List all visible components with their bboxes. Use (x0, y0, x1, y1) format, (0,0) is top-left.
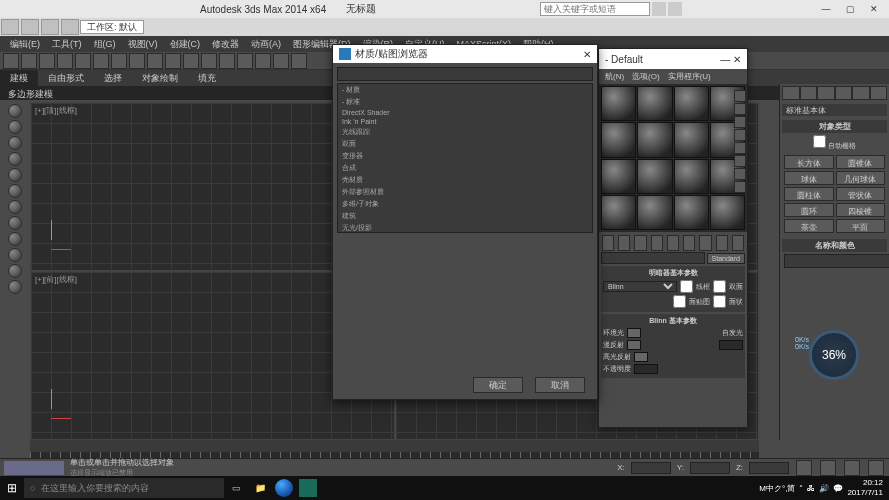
mat-slot[interactable] (674, 195, 709, 230)
chk-faceted[interactable] (713, 295, 726, 308)
mat-name-input[interactable] (601, 252, 705, 264)
close-button[interactable]: ✕ (867, 2, 881, 16)
mat-type-button[interactable]: Standard (707, 253, 745, 264)
mat-sample-type[interactable] (734, 90, 746, 102)
mat-get[interactable] (602, 235, 614, 251)
shader-select[interactable]: Blinn (603, 281, 677, 292)
tool-curve-editor[interactable] (219, 53, 235, 69)
mat-min[interactable]: — (720, 54, 730, 65)
tool-render[interactable] (291, 53, 307, 69)
mat-slot[interactable] (710, 195, 745, 230)
task-folder-icon[interactable]: 📁 (248, 476, 272, 500)
chk-wire[interactable] (680, 280, 693, 293)
browser-close[interactable]: ✕ (583, 49, 591, 60)
ltool-6[interactable] (8, 184, 22, 198)
list-item[interactable]: Ink 'n Paint (338, 117, 592, 126)
tool-angle-snap[interactable] (147, 53, 163, 69)
mat-put[interactable] (618, 235, 630, 251)
ltool-12[interactable] (8, 280, 22, 294)
mat-slot[interactable] (601, 86, 636, 121)
tool-bind[interactable] (57, 53, 73, 69)
mat-menu-nav[interactable]: 航(N) (601, 71, 628, 82)
btn-pyramid[interactable]: 四棱锥 (836, 203, 886, 217)
ambient-swatch[interactable] (627, 328, 641, 338)
tool-material[interactable] (255, 53, 271, 69)
cmdtab-util[interactable] (870, 86, 888, 100)
btn-teapot[interactable]: 茶壶 (784, 219, 834, 233)
tool-mirror[interactable] (165, 53, 181, 69)
mat-slot[interactable] (601, 122, 636, 157)
tray-clock[interactable]: 20:122017/7/11 (847, 478, 883, 498)
mat-slot[interactable] (674, 159, 709, 194)
ltool-7[interactable] (8, 200, 22, 214)
opacity-spin[interactable] (634, 364, 658, 374)
ltool-2[interactable] (8, 120, 22, 134)
mat-copy[interactable] (667, 235, 679, 251)
tool-snap[interactable] (129, 53, 145, 69)
minimize-button[interactable]: — (819, 2, 833, 16)
workspace-dropdown[interactable]: 工作区: 默认 (80, 20, 144, 34)
nav-zoom[interactable] (820, 460, 836, 476)
qa-undo[interactable] (21, 19, 39, 35)
mat-close[interactable]: ✕ (733, 54, 741, 65)
maximize-button[interactable]: ▢ (843, 2, 857, 16)
rollout-shader[interactable]: 明暗器基本参数 (603, 268, 743, 278)
tool-render-setup[interactable] (273, 53, 289, 69)
tool-schematic[interactable] (237, 53, 253, 69)
tool-link[interactable] (21, 53, 37, 69)
tab-paint[interactable]: 对象绘制 (132, 70, 188, 87)
tab-modeling[interactable]: 建模 (0, 70, 38, 87)
list-item[interactable]: 变形器 (338, 150, 592, 162)
tool-unlink[interactable] (39, 53, 55, 69)
cmdtab-display[interactable] (852, 86, 870, 100)
mat-slot[interactable] (637, 159, 672, 194)
nav-pan[interactable] (796, 460, 812, 476)
tool-align[interactable] (183, 53, 199, 69)
tool-move[interactable] (75, 53, 91, 69)
coord-z[interactable] (749, 462, 789, 474)
task-qq-icon[interactable] (272, 476, 296, 500)
qa-redo[interactable] (41, 19, 59, 35)
ltool-9[interactable] (8, 232, 22, 246)
tool-scale[interactable] (111, 53, 127, 69)
cmdtab-modify[interactable] (800, 86, 818, 100)
mat-put-lib[interactable] (699, 235, 711, 251)
mat-reset[interactable] (651, 235, 663, 251)
btn-cylinder[interactable]: 圆柱体 (784, 187, 834, 201)
nav-orbit[interactable] (844, 460, 860, 476)
btn-geosphere[interactable]: 几何球体 (836, 171, 886, 185)
list-item[interactable]: 双面 (338, 138, 592, 150)
browser-ok[interactable]: 确定 (473, 377, 523, 393)
netspeed-gauge[interactable]: 36% (809, 330, 859, 380)
view-label-front[interactable]: [+][前][线框] (31, 272, 81, 287)
menu-modifiers[interactable]: 修改器 (206, 38, 245, 51)
mat-eff-id[interactable] (716, 235, 728, 251)
tray-action-icon[interactable]: 💬 (833, 484, 843, 493)
cmdtab-motion[interactable] (835, 86, 853, 100)
diffuse-swatch[interactable] (627, 340, 641, 350)
mat-make-unique[interactable] (683, 235, 695, 251)
coord-y[interactable] (690, 462, 730, 474)
menu-tools[interactable]: 工具(T) (46, 38, 88, 51)
btn-torus[interactable]: 圆环 (784, 203, 834, 217)
task-3dsmax-icon[interactable] (296, 476, 320, 500)
tab-populate[interactable]: 填充 (188, 70, 226, 87)
list-item[interactable]: 光线跟踪 (338, 126, 592, 138)
mat-slot[interactable] (601, 195, 636, 230)
list-item[interactable]: 无光/投影 (338, 222, 592, 233)
mat-slot[interactable] (637, 86, 672, 121)
mat-menu-opt[interactable]: 选项(O) (628, 71, 664, 82)
help-search-input[interactable] (540, 2, 650, 16)
tab-selection[interactable]: 选择 (94, 70, 132, 87)
chk-facemap[interactable] (673, 295, 686, 308)
list-item[interactable]: 建筑 (338, 210, 592, 222)
cmdtab-create[interactable] (782, 86, 800, 100)
tool-rotate[interactable] (93, 53, 109, 69)
mat-assign[interactable] (634, 235, 646, 251)
list-item[interactable]: - 标准 (338, 96, 592, 108)
app-menu-button[interactable] (1, 19, 19, 35)
browser-search[interactable] (337, 67, 593, 81)
mat-backlight[interactable] (734, 103, 746, 115)
btn-sphere[interactable]: 球体 (784, 171, 834, 185)
mat-slot[interactable] (674, 122, 709, 157)
